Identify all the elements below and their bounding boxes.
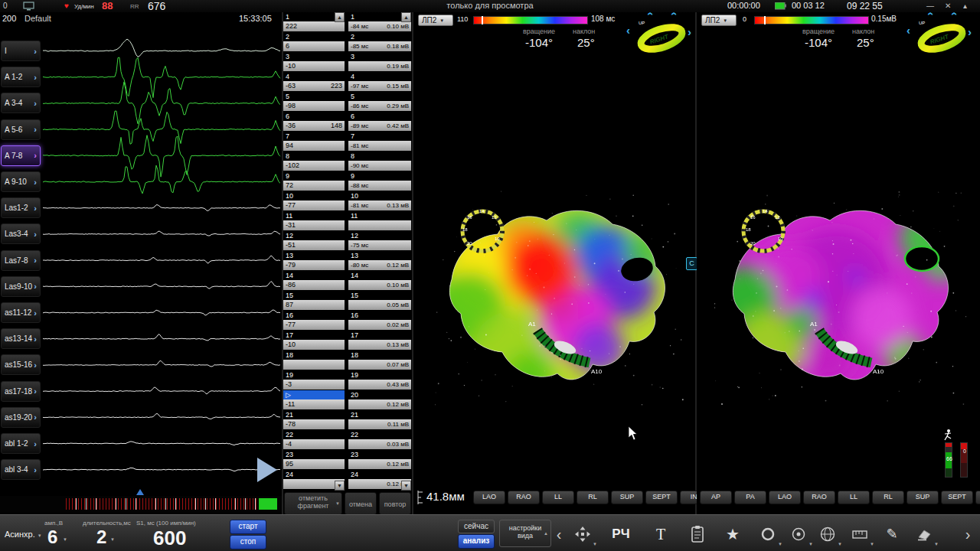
point-row-number[interactable]: 10 bbox=[348, 191, 411, 201]
list1-scroll-down[interactable]: ▼ bbox=[335, 481, 345, 491]
point-row-number[interactable]: 18 bbox=[348, 350, 411, 360]
view-button-rao[interactable]: RAO bbox=[803, 491, 835, 504]
view-button-ll[interactable]: LL bbox=[838, 491, 870, 504]
point-row-number[interactable]: 2 bbox=[348, 32, 411, 41]
point-row-number[interactable]: 8 bbox=[283, 152, 345, 161]
map2-orientation-dial[interactable]: RIGHT UP bbox=[913, 15, 971, 60]
point-row-number[interactable]: 5 bbox=[283, 92, 345, 101]
point-row-values[interactable]: 222 bbox=[283, 21, 345, 31]
repeat-button[interactable]: повтор bbox=[379, 492, 411, 515]
map1-orientation-dial[interactable]: RIGHT UP bbox=[632, 15, 691, 60]
rf-ablation-button[interactable]: РЧ bbox=[606, 520, 635, 548]
view-button-inf[interactable]: INF bbox=[975, 491, 980, 504]
point-row-values[interactable]: -3 bbox=[283, 380, 345, 390]
s1-value[interactable]: 600 bbox=[153, 527, 186, 550]
point-row-values[interactable]: -77 bbox=[283, 201, 345, 210]
channel-button-as15-16[interactable]: as15-16› bbox=[1, 354, 41, 375]
point-row-number[interactable]: 15 bbox=[348, 291, 411, 300]
pan-tool-button[interactable]: ▼ bbox=[568, 520, 597, 548]
point-row-values[interactable]: -75 мс bbox=[348, 240, 411, 250]
map2-color-scale[interactable] bbox=[754, 16, 869, 24]
point-row-values[interactable]: 0.05 мВ bbox=[348, 300, 411, 310]
view-button-rao[interactable]: RAO bbox=[508, 491, 540, 504]
point-row-number[interactable]: 7 bbox=[283, 132, 345, 141]
point-row-number[interactable]: 4 bbox=[283, 72, 345, 81]
map2-chamber-select[interactable]: ЛП2▼ bbox=[701, 15, 737, 26]
point-row-values[interactable]: -79 bbox=[283, 260, 345, 270]
channel-button-I[interactable]: I› bbox=[1, 41, 41, 61]
point-row-number[interactable]: 14 bbox=[283, 271, 345, 280]
amp-value[interactable]: 6 bbox=[47, 527, 57, 548]
point-row-values[interactable]: 6 bbox=[283, 41, 345, 51]
text-annotation-button[interactable]: T bbox=[646, 520, 675, 548]
point-row-number[interactable]: 9 bbox=[348, 171, 411, 181]
point-row-number[interactable]: 3 bbox=[348, 52, 411, 61]
point-row-number[interactable]: 19 bbox=[283, 370, 345, 380]
channel-button-Las7-8[interactable]: Las7-8› bbox=[1, 250, 41, 271]
point-row-values[interactable]: -86 bbox=[283, 280, 345, 290]
point-row-number[interactable]: 12 bbox=[348, 231, 411, 240]
point-row-values[interactable]: 0.11 мВ bbox=[348, 419, 411, 429]
point-row-values[interactable] bbox=[283, 360, 345, 370]
rotate-left-icon[interactable]: › bbox=[626, 28, 630, 37]
view-button-rl[interactable]: RL bbox=[577, 491, 609, 504]
view-button-ll[interactable]: LL bbox=[542, 491, 574, 504]
view-button-sup[interactable]: SUP bbox=[906, 491, 939, 504]
channel-button-as11-12[interactable]: as11-12› bbox=[1, 302, 41, 323]
point-row-values[interactable]: -81 мс bbox=[348, 141, 411, 151]
map1-chamber-select[interactable]: ЛП2▼ bbox=[418, 15, 453, 26]
rotate-right-icon[interactable]: › bbox=[688, 28, 691, 37]
view-button-rl[interactable]: RL bbox=[872, 491, 904, 504]
duration-value[interactable]: 2 bbox=[96, 527, 106, 548]
point-row-values[interactable]: 0.10 мВ bbox=[348, 280, 411, 290]
point-row-number[interactable]: 24 bbox=[348, 470, 411, 479]
point-row-values[interactable]: 0.43 мВ bbox=[348, 380, 411, 390]
point-row-number[interactable]: 15 bbox=[283, 291, 345, 300]
point-row-values[interactable]: -31 bbox=[283, 220, 345, 230]
point-row-number[interactable]: 4 bbox=[348, 72, 411, 81]
point-row-values[interactable]: 0.12 мВ bbox=[348, 459, 411, 469]
rotate-up-icon[interactable]: › bbox=[645, 12, 654, 16]
list1-scroll-up[interactable]: ▲ bbox=[335, 12, 345, 22]
point-row-values[interactable]: -63223 bbox=[283, 81, 345, 91]
point-row-values[interactable]: -86 мс0.29 мВ bbox=[348, 101, 411, 111]
map2-voltage-map[interactable]: 161412182010 A1 A10 bbox=[698, 184, 977, 413]
list2-scroll-down[interactable]: ▼ bbox=[401, 481, 411, 491]
point-row-values[interactable]: -81 мс0.13 мВ bbox=[348, 201, 411, 210]
point-row-values[interactable]: -11 bbox=[283, 399, 345, 409]
caret-down-icon[interactable]: ▼ bbox=[110, 537, 115, 542]
caret-down-icon[interactable]: ▼ bbox=[63, 537, 67, 542]
point-row-values[interactable]: 95 bbox=[283, 459, 345, 469]
view-button-pa[interactable]: PA bbox=[734, 491, 766, 504]
point-row-values[interactable]: -51 bbox=[283, 240, 345, 250]
rotate-up-icon[interactable]: › bbox=[668, 12, 678, 16]
channel-button-abl3-4[interactable]: abl 3-4› bbox=[1, 459, 41, 480]
point-row-number[interactable]: 2 bbox=[283, 32, 345, 41]
view-button-ap[interactable]: AP bbox=[700, 491, 732, 504]
view-button-sept[interactable]: SEPT bbox=[645, 491, 678, 504]
rotate-up-icon[interactable]: › bbox=[925, 12, 934, 16]
point-row-values[interactable]: -98 bbox=[283, 101, 345, 111]
globe-view-button[interactable]: ▼ bbox=[813, 520, 842, 548]
point-row-values[interactable]: 0.02 мВ bbox=[348, 320, 411, 330]
point-row-values[interactable]: -84 мс0.10 мВ bbox=[348, 21, 411, 31]
point-row-number[interactable]: 8 bbox=[348, 152, 411, 161]
point-row-values[interactable]: -36148 bbox=[283, 121, 345, 131]
stim-mode-select[interactable]: Асинхр. ▼ bbox=[5, 530, 42, 539]
point-row-values[interactable]: 0.19 мВ bbox=[348, 61, 411, 71]
point-row-number[interactable]: 17 bbox=[283, 331, 345, 340]
point-row-number[interactable]: 11 bbox=[283, 211, 345, 220]
view-button-lao[interactable]: LAO bbox=[473, 491, 505, 504]
analysis-button[interactable]: анализ bbox=[458, 534, 495, 549]
point-row-number[interactable]: 5 bbox=[348, 92, 411, 101]
point-row-values[interactable]: 0.07 мВ bbox=[348, 360, 411, 370]
point-row-number[interactable]: 16 bbox=[283, 311, 345, 320]
channel-button-as17-18[interactable]: as17-18› bbox=[1, 381, 41, 402]
point-row-values[interactable]: 0.13 мВ bbox=[348, 340, 411, 350]
point-row-number[interactable]: 24 bbox=[283, 470, 345, 479]
point-row-number[interactable]: 23 bbox=[283, 450, 345, 459]
eraser-tool-button[interactable]: ▼ bbox=[910, 520, 939, 548]
point-row-values[interactable]: -102 bbox=[283, 161, 345, 171]
point-row-selected[interactable]: ▷ bbox=[283, 390, 345, 399]
channel-button-A5-6[interactable]: A 5-6› bbox=[1, 119, 41, 140]
